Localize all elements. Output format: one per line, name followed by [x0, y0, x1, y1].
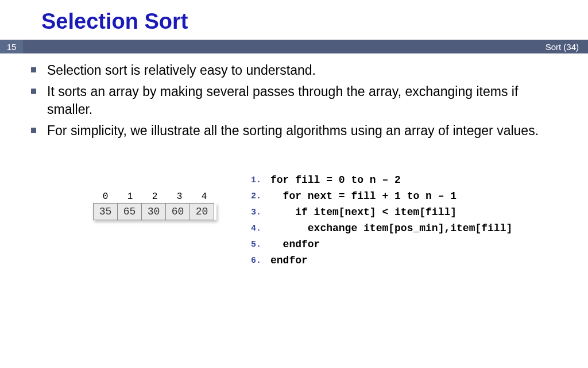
array-cells: 35 65 30 60 20 — [93, 203, 216, 220]
index-cell: 3 — [167, 191, 192, 202]
code-line: 5. endfor — [251, 239, 512, 250]
content: Selection sort is relatively easy to und… — [0, 53, 588, 271]
code-text: for fill = 0 to n – 2 — [270, 174, 401, 186]
code-text: endfor — [270, 255, 308, 266]
array-cell: 35 — [93, 203, 118, 220]
bullet-item: It sorts an array by making several pass… — [41, 83, 565, 118]
header-right: Sort (34) — [23, 40, 588, 53]
index-cell: 0 — [93, 191, 118, 202]
line-number: 1. — [251, 174, 270, 186]
code-line: 1. for fill = 0 to n – 2 — [251, 174, 512, 186]
array-cell: 65 — [117, 203, 142, 220]
line-number: 2. — [251, 190, 270, 202]
code-line: 6. endfor — [251, 255, 512, 266]
slide-title: Selection Sort — [0, 0, 588, 40]
pseudocode: 1. for fill = 0 to n – 2 2. for next = f… — [251, 174, 512, 271]
line-number: 4. — [251, 223, 270, 234]
line-number: 3. — [251, 206, 270, 218]
bullet-item: For simplicity, we illustrate all the so… — [41, 122, 565, 140]
lower-row: 0 1 2 3 4 35 65 30 60 20 1. for fill = 0… — [41, 174, 565, 271]
array-cell: 30 — [141, 203, 166, 220]
line-number: 5. — [251, 239, 270, 250]
array-indices: 0 1 2 3 4 — [93, 191, 216, 202]
code-line: 4. exchange item[pos_min],item[fill] — [251, 223, 512, 234]
index-cell: 1 — [118, 191, 142, 202]
line-number: 6. — [251, 255, 270, 266]
array-cell: 20 — [189, 203, 214, 220]
code-line: 2. for next = fill + 1 to n – 1 — [251, 190, 512, 202]
bullet-item: Selection sort is relatively easy to und… — [41, 62, 565, 79]
code-text: endfor — [270, 239, 320, 250]
page-number: 15 — [0, 40, 23, 53]
header-bar: 15 Sort (34) — [0, 40, 588, 53]
index-cell: 2 — [142, 191, 167, 202]
code-line: 3. if item[next] < item[fill] — [251, 206, 512, 218]
bullet-list: Selection sort is relatively easy to und… — [41, 62, 565, 140]
code-text: exchange item[pos_min],item[fill] — [270, 223, 512, 234]
array-diagram: 0 1 2 3 4 35 65 30 60 20 — [93, 191, 216, 220]
code-text: if item[next] < item[fill] — [270, 206, 457, 218]
index-cell: 4 — [192, 191, 216, 202]
code-text: for next = fill + 1 to n – 1 — [270, 190, 457, 202]
array-cell: 60 — [165, 203, 190, 220]
